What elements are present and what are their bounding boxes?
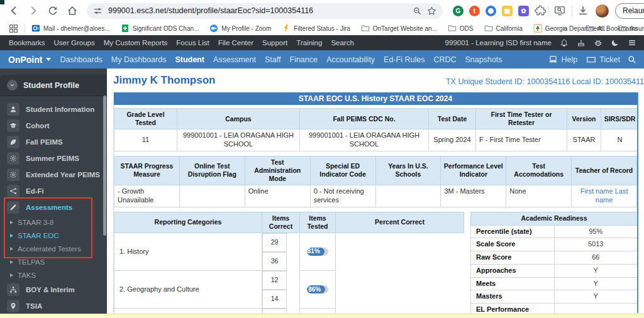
blue-ring-extension-icon[interactable]	[486, 6, 496, 16]
downloads-icon[interactable]	[577, 5, 589, 16]
green-g-extension-icon[interactable]: G	[453, 6, 464, 16]
refresh-icon[interactable]	[47, 5, 58, 16]
birthday-cake-icon[interactable]	[577, 38, 586, 47]
icon-chip	[7, 283, 19, 296]
sidebar-item-label: Ed-Fi	[26, 187, 44, 195]
sidebar-item-staar-3-8[interactable]: STAAR 3-8	[0, 216, 107, 229]
category-cell: 1. History	[114, 233, 262, 271]
sidebar-item-extended-year-peims[interactable]: Extended Year PEIMS	[0, 167, 107, 183]
sidebar-header-student-profile[interactable]: Student Profile	[0, 75, 107, 96]
notifications-bell-icon[interactable]	[560, 38, 569, 47]
utilnav-support[interactable]: Support	[262, 39, 287, 47]
reporting-categories-section: Reporting Categories Items Correct Items…	[114, 212, 464, 313]
items-correct-cell: 29	[262, 233, 287, 252]
utilnav-my-custom-reports[interactable]: My Custom Reports	[104, 39, 168, 47]
nav-item-dashboards[interactable]: Dashboards	[60, 55, 102, 64]
utilnav-focus-list[interactable]: Focus List	[176, 39, 209, 47]
sidebar-item-assessments[interactable]: Assessments	[0, 199, 107, 216]
table-cell: None	[506, 185, 572, 207]
utility-nav: BookmarksUser GroupsMy Custom ReportsFoc…	[0, 35, 644, 50]
sidebar-item-student-information[interactable]: Student Information	[0, 101, 107, 118]
relaunch-to-update-button[interactable]: Relaunch to update	[615, 3, 644, 19]
sidebar-item-taks[interactable]: TAKS	[0, 268, 107, 282]
ticket-button[interactable]: Ticket	[586, 55, 620, 65]
bookmark-filtered-status-jira[interactable]: Filtered Status - Jira	[282, 24, 350, 33]
percent-label: 86%	[308, 286, 321, 294]
column-header: Test Accomodations	[506, 156, 572, 185]
utilnav-file-center[interactable]: File Center	[218, 39, 253, 47]
purple-extension-icon[interactable]: ✿	[518, 6, 529, 16]
triangle-right-icon	[10, 247, 13, 251]
utilnav-bookmarks[interactable]: Bookmarks	[9, 39, 45, 47]
back-icon[interactable]	[8, 5, 19, 16]
nav-item-staff[interactable]: Staff	[265, 55, 280, 64]
sidebar-item-fall-peims[interactable]: Fall PEIMS	[0, 134, 107, 150]
bookmark-my-profile-zoom[interactable]: My Profile - Zoom	[209, 24, 271, 33]
sidebar-item-cohort[interactable]: Cohort	[0, 118, 107, 134]
nav-item-my-dashboards[interactable]: My Dashboards	[111, 55, 167, 64]
forward-icon[interactable]	[28, 5, 39, 16]
district-label[interactable]: 999001 - Learning ISD first name	[445, 39, 552, 47]
nav-item-ed-fi-rules[interactable]: Ed-Fi Rules	[384, 55, 425, 64]
all-bookmarks-button[interactable]: All Bookmarks	[586, 24, 638, 33]
apps-grid-icon[interactable]	[9, 24, 18, 33]
dark-mode-moon-icon[interactable]	[611, 38, 619, 47]
nav-item-assessment[interactable]: Assessment	[213, 55, 256, 64]
sidebar-item-label: STAAR 3-8	[18, 219, 53, 226]
column-header: STAAR Progress Measure	[114, 156, 180, 185]
home-icon[interactable]	[67, 5, 78, 16]
bookmark-mail-dhelmer-aloes[interactable]: Mail - dhelmer@aloes...	[31, 24, 110, 33]
teacher-of-record-link[interactable]: First name Last name	[580, 187, 628, 204]
main-nav-right: Help Ticket	[543, 55, 644, 65]
table-cell: 0 - Not receiving services	[310, 185, 375, 207]
column-header: First Time Tester or Retester	[476, 109, 567, 129]
site-settings-icon[interactable]	[93, 6, 103, 16]
utilnav-training[interactable]: Training	[296, 39, 322, 47]
bookmark-ods[interactable]: ODS	[448, 24, 474, 33]
utility-nav-right: 999001 - Learning ISD first name	[445, 38, 644, 47]
gear-icon	[9, 155, 17, 162]
nav-item-student[interactable]: Student	[175, 55, 204, 64]
sidebar-item-tsia[interactable]: TSIA	[0, 298, 107, 314]
nav-item-finance[interactable]: Finance	[290, 55, 318, 64]
url-input[interactable]: 999001.esc3.net/student/profile/staarEoc…	[108, 6, 408, 15]
help-button[interactable]: Help	[548, 55, 577, 64]
extensions-puzzle-icon[interactable]	[535, 5, 546, 16]
sidebar-scrollbar[interactable]	[103, 96, 106, 236]
sidebar-item-summer-peims[interactable]: Summer PEIMS	[0, 150, 107, 167]
academic-value: Y	[554, 264, 638, 277]
bottom-page-strip	[0, 314, 644, 318]
bookmark-california[interactable]: California	[484, 24, 523, 33]
sidebar-item-telpas[interactable]: TELPAS	[0, 255, 107, 268]
relaunch-label: Relaunch to update	[623, 6, 644, 15]
address-bar[interactable]: 999001.esc3.net/student/profile/staarEoc…	[87, 3, 443, 19]
utilnav-search[interactable]: Search	[331, 39, 353, 47]
sidebar-item-staar-eoc[interactable]: STAAR EOC	[0, 229, 107, 242]
academic-label: Scale Score	[471, 238, 555, 251]
collapse-circle[interactable]	[7, 80, 18, 90]
column-header: Performance Level Indicator	[441, 156, 506, 185]
nav-item-snapshots[interactable]: Snapshots	[465, 55, 502, 64]
utilnav-user-groups[interactable]: User Groups	[54, 39, 95, 47]
search-icon[interactable]	[628, 55, 636, 64]
screen-search-icon[interactable]	[554, 5, 565, 16]
bug-report-icon[interactable]	[594, 38, 602, 47]
percent-bar-track: 81%	[307, 248, 328, 256]
sidebar-item-accelerated-testers[interactable]: Accelerated Testers	[0, 242, 107, 255]
sidebar-item-ed-fi[interactable]: Ed-Fi	[0, 183, 107, 199]
yellow-extension-icon[interactable]: ▣	[502, 6, 513, 16]
sidebar-item-boy-interim[interactable]: BOY & Interim	[0, 282, 107, 298]
profile-avatar[interactable]	[596, 4, 609, 18]
table-cell: 999001001 - LEIA ORAGANA HIGH SCHOOL	[300, 129, 429, 151]
bookmark-significant-ods-chan[interactable]: Significant ODS Chan...	[121, 24, 199, 33]
sidebar-item-label: Summer PEIMS	[26, 155, 79, 162]
zoom-out-icon[interactable]	[413, 6, 422, 16]
onpoint-menu[interactable]: OnPoint	[8, 55, 51, 65]
nav-item-crdc[interactable]: CRDC	[433, 55, 456, 64]
nav-item-accountability[interactable]: Accountability	[326, 55, 375, 64]
bookmark-star-icon[interactable]	[427, 6, 436, 16]
bookmark-ontarget-website-an[interactable]: OnTarget Website an...	[361, 24, 437, 33]
orange-extension-icon[interactable]: t	[469, 6, 480, 16]
bookmarks-overflow-icon[interactable]: »	[563, 24, 567, 33]
menu-hamburger-icon[interactable]	[628, 38, 636, 47]
